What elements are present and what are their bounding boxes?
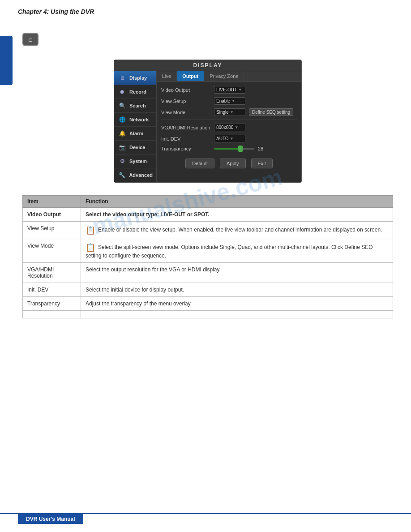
info-table: Item Function Video OutputSelect the vid… [22,195,393,318]
sidebar-icon-device: 📷 [118,144,127,151]
sidebar-item-search[interactable]: 🔍 Search [114,99,156,113]
sidebar-item-network[interactable]: 🌐 Network [114,113,156,127]
page-header: Chapter 4: Using the DVR [0,0,411,19]
sidebar-icon-system: ⚙ [118,158,127,165]
table-cell-item: Transparency [23,297,81,311]
sidebar-icon-record: ⏺ [118,88,127,95]
table-cell-item: Init. DEV [23,283,81,297]
field-row-view-mode: View Mode Single ▼ Define SEQ setting [161,108,297,116]
field-row-vga/hdmi-resolution: VGA/HDMI Resolution 800x600 ▼ [161,124,297,131]
table-cell-function: 📋Enable or disable the view setup. When … [81,222,393,239]
table-cell-function: Select the output resolution for the VGA… [81,263,393,283]
field-label: Init. DEV [161,136,210,142]
table-cell-item: View Setup [23,222,81,239]
sidebar-label-device: Device [129,145,145,150]
dvr-sidebar: 🖥 Display ⏺ Record 🔍 Search 🌐 Network 🔔 … [114,71,157,182]
dropdown-arrow: ▼ [235,125,238,129]
transparency-value: 28 [258,146,263,151]
field-select[interactable]: Enable ▼ [214,97,245,105]
dropdown-arrow: ▼ [230,110,234,114]
dvr-window: DISPLAY 🖥 Display ⏺ Record 🔍 Search 🌐 Ne… [114,60,302,183]
table-cell-item: VGA/HDMI Resolution [23,263,81,283]
table-cell-function: Select the video output type: LIVE-OUT o… [81,208,393,222]
exit-button[interactable]: Exit [251,159,273,168]
sidebar-item-system[interactable]: ⚙ System [114,154,156,168]
tab-output[interactable]: Output [177,71,204,81]
sidebar-icon-advanced: 🔧 [118,172,126,179]
home-icon-button[interactable]: ⌂ [22,33,39,46]
sidebar-item-display[interactable]: 🖥 Display [114,71,156,85]
tab-privacy-zone[interactable]: Privacy Zone [204,71,244,81]
sidebar-icon-display: 🖥 [118,74,127,82]
sidebar-label-display: Display [129,75,147,81]
table-cell-item [23,311,81,318]
table-cell-function: Adjust the transparency of the menu over… [81,297,393,311]
table-row: Video OutputSelect the video output type… [23,208,393,222]
transparency-row: Transparency 28 [161,146,297,151]
table-row: View Mode📋Select the split-screen view m… [23,239,393,263]
left-tab-decoration [0,36,13,85]
sidebar-label-search: Search [129,103,146,108]
tab-live[interactable]: Live [157,71,177,81]
sidebar-icon-alarm: 🔔 [118,130,127,137]
field-row-view-setup: View Setup Enable ▼ [161,97,297,105]
table-row [23,311,393,318]
field-select[interactable]: LIVE-OUT ▼ [214,86,245,94]
dropdown-arrow: ▼ [238,88,242,92]
transparency-slider-container: 28 [214,146,263,151]
slider-thumb[interactable] [238,146,243,152]
sidebar-item-record[interactable]: ⏺ Record [114,85,156,99]
field-row-video-output: Video Output LIVE-OUT ▼ [161,86,297,94]
define-seq-button[interactable]: Define SEQ setting [249,108,293,116]
table-col1-header: Item [23,196,81,208]
field-select[interactable]: Single ▼ [214,108,245,116]
field-label: View Setup [161,99,210,104]
sidebar-label-system: System [129,159,147,164]
default-button[interactable]: Default [185,159,214,168]
field-select[interactable]: AUTO ▼ [214,135,245,142]
dvr-screenshot: DISPLAY 🖥 Display ⏺ Record 🔍 Search 🌐 Ne… [22,60,393,183]
table-cell-function: Select the initial device for display ou… [81,283,393,297]
sidebar-label-alarm: Alarm [129,131,143,136]
dvr-tabs: LiveOutputPrivacy Zone [157,71,301,82]
dvr-panel: Video Output LIVE-OUT ▼ View Setup Enabl… [157,82,301,177]
note-icon: 📋 [86,243,95,253]
dvr-window-title: DISPLAY [193,62,223,69]
table-row: View Setup📋Enable or disable the view se… [23,222,393,239]
divider [161,120,297,120]
sidebar-item-device[interactable]: 📷 Device [114,141,156,154]
sidebar-label-record: Record [129,89,146,94]
sidebar-item-advanced[interactable]: 🔧 Advanced [114,168,156,182]
main-content: ⌂ DISPLAY 🖥 Display ⏺ Record 🔍 Search 🌐 … [0,19,411,332]
field-select[interactable]: 800x600 ▼ [214,124,245,131]
note-icon: 📋 [86,225,95,235]
table-cell-function [81,311,393,318]
table-row: VGA/HDMI ResolutionSelect the output res… [23,263,393,283]
table-col2-header: Function [81,196,393,208]
sidebar-item-alarm[interactable]: 🔔 Alarm [114,127,156,141]
field-label: Video Output [161,87,210,93]
table-cell-function: 📋Select the split-screen view mode. Opti… [81,239,393,263]
dropdown-arrow: ▼ [231,99,235,103]
chapter-title: Chapter 4: Using the DVR [18,8,94,15]
table-cell-item: Video Output [23,208,81,222]
apply-button[interactable]: Apply [220,159,246,168]
dropdown-arrow: ▼ [230,137,234,141]
sidebar-label-network: Network [129,117,149,122]
slider-track[interactable] [214,148,254,150]
table-cell-item: View Mode [23,239,81,263]
dvr-footer-buttons: DefaultApplyExit [161,155,297,173]
dvr-main-panel: LiveOutputPrivacy Zone Video Output LIVE… [157,71,301,182]
sidebar-icon-network: 🌐 [118,116,127,123]
dvr-body: 🖥 Display ⏺ Record 🔍 Search 🌐 Network 🔔 … [114,71,301,182]
slider-fill [214,148,238,150]
table-row: TransparencyAdjust the transparency of t… [23,297,393,311]
dvr-titlebar: DISPLAY [114,60,301,71]
field-label: View Mode [161,110,210,115]
footer-label: DVR User's Manual [18,514,83,524]
sidebar-label-advanced: Advanced [129,172,153,178]
page-footer: DVR User's Manual [0,513,411,524]
transparency-label: Transparency [161,146,210,151]
sidebar-icon-search: 🔍 [118,102,127,109]
table-row: Init. DEVSelect the initial device for d… [23,283,393,297]
